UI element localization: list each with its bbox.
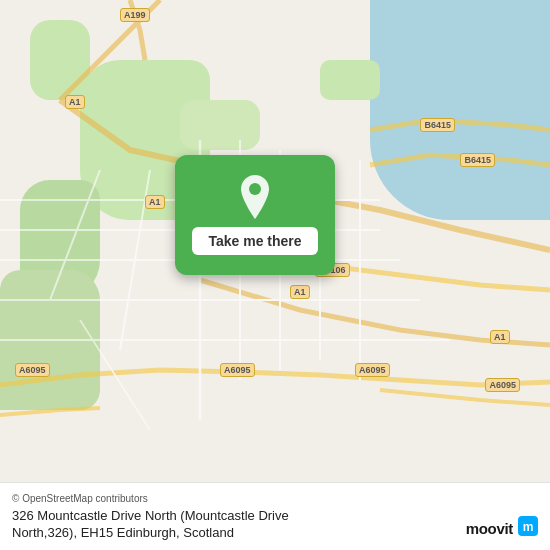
road-label-a1-1: A1 [65, 95, 85, 109]
road-label-a6095-2: A6095 [220, 363, 255, 377]
road-label-a1-2: A1 [145, 195, 165, 209]
map-background: A199 A1 A1 A1 A1 B6415 B6415 A6106 A6095… [0, 0, 550, 550]
road-label-b6415-2: B6415 [460, 153, 495, 167]
roads-svg [0, 0, 550, 550]
road-label-a1-4: A1 [490, 330, 510, 344]
moovit-text: moovit [466, 520, 513, 537]
map-attribution: © OpenStreetMap contributors [12, 493, 538, 504]
road-label-a6095-4: A6095 [485, 378, 520, 392]
take-me-there-button[interactable]: Take me there [192, 227, 317, 255]
road-label-a199: A199 [120, 8, 150, 22]
road-label-a6095-1: A6095 [15, 363, 50, 377]
road-label-b6415-1: B6415 [420, 118, 455, 132]
road-label-a6095-3: A6095 [355, 363, 390, 377]
road-label-a1-3: A1 [290, 285, 310, 299]
svg-text:m: m [523, 520, 534, 534]
pin-background: Take me there [175, 155, 335, 275]
address-text: 326 Mountcastle Drive North (Mountcastle… [12, 508, 538, 542]
location-pin-icon [237, 175, 273, 219]
moovit-logo: moovit m [466, 516, 538, 540]
info-bar: © OpenStreetMap contributors 326 Mountca… [0, 482, 550, 550]
svg-point-14 [249, 183, 261, 195]
take-me-there-popup: Take me there [175, 155, 335, 275]
map-container: A199 A1 A1 A1 A1 B6415 B6415 A6106 A6095… [0, 0, 550, 550]
svg-line-11 [50, 170, 100, 300]
moovit-logo-icon: m [518, 516, 538, 536]
